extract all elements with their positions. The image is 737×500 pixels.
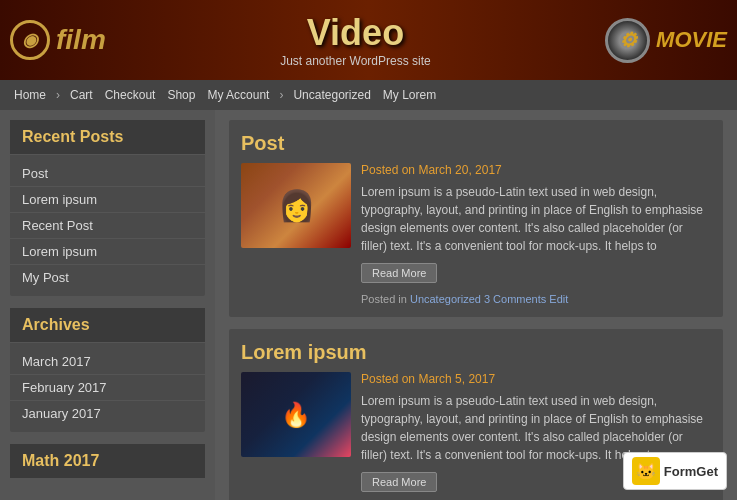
recent-posts-list: Post Lorem ipsum Recent Post Lorem ipsum… [10,155,205,296]
read-more-button-1[interactable]: Read More [361,263,437,283]
post-title-2: Lorem ipsum [241,341,711,364]
date-label-1: Posted on [361,163,415,177]
site-subtitle: Just another WordPress site [106,54,605,68]
read-more-button-2[interactable]: Read More [361,472,437,492]
nav-sep-2: › [279,88,283,102]
date-label-2: Posted on [361,372,415,386]
archives-title: Archives [10,308,205,343]
recent-post-link-5[interactable]: My Post [22,270,69,285]
list-item: Recent Post [10,213,205,239]
post-thumbnail-1: 👩 [241,163,351,248]
post-title-1: Post [241,132,711,155]
nav-home[interactable]: Home [10,86,50,104]
list-item: March 2017 [10,349,205,375]
recent-posts-title: Recent Posts [10,120,205,155]
archive-link-3[interactable]: January 2017 [22,406,101,421]
recent-post-link-4[interactable]: Lorem ipsum [22,244,97,259]
nav-cart[interactable]: Cart [66,86,97,104]
post-thumbnail-2: 🔥 [241,372,351,457]
date-value-2: March 5, 2017 [418,372,495,386]
post-info-1: Posted on March 20, 2017 Lorem ipsum is … [361,163,711,305]
recent-post-link-1[interactable]: Post [22,166,48,181]
nav-my-account[interactable]: My Account [203,86,273,104]
date-value-1: March 20, 2017 [418,163,501,177]
nav-sep-1: › [56,88,60,102]
category-link-1[interactable]: Uncategorized [410,293,481,305]
post-excerpt-1: Lorem ipsum is a pseudo-Latin text used … [361,183,711,255]
list-item: February 2017 [10,375,205,401]
math-title: Math 2017 [10,444,205,479]
film-reel-icon: ◉ [10,20,50,60]
post-footer-1: Posted in Uncategorized 3 Comments Edit [361,293,711,305]
site-logo: ◉ film [10,20,106,60]
post-image-1: 👩 [241,163,351,248]
archive-link-1[interactable]: March 2017 [22,354,91,369]
post-card-1: Post 👩 Posted on March 20, 2017 Lorem ip… [229,120,723,317]
nav-shop[interactable]: Shop [163,86,199,104]
nav-checkout[interactable]: Checkout [101,86,160,104]
recent-posts-section: Recent Posts Post Lorem ipsum Recent Pos… [10,120,205,296]
main-content: Recent Posts Post Lorem ipsum Recent Pos… [0,110,737,500]
footer-prefix-1: Posted in [361,293,407,305]
post-image-2: 🔥 [241,372,351,457]
archives-list: March 2017 February 2017 January 2017 [10,343,205,432]
header-right: ⚙ MOVIE [605,18,727,63]
comments-link-1[interactable]: 3 Comments [484,293,546,305]
nav-uncategorized[interactable]: Uncategorized [289,86,374,104]
main-nav: Home › Cart Checkout Shop My Account › U… [0,80,737,110]
logo-text: film [56,24,106,56]
math-section: Math 2017 [10,444,205,479]
post-date-2: Posted on March 5, 2017 [361,372,711,386]
formget-badge: 🐱 FormGet [623,452,727,490]
post-body-1: 👩 Posted on March 20, 2017 Lorem ipsum i… [241,163,711,305]
archives-section: Archives March 2017 February 2017 Januar… [10,308,205,432]
nav-my-lorem[interactable]: My Lorem [379,86,440,104]
edit-link-1[interactable]: Edit [549,293,568,305]
recent-post-link-2[interactable]: Lorem ipsum [22,192,97,207]
list-item: Lorem ipsum [10,239,205,265]
movie-text: MOVIE [656,27,727,53]
formget-label: FormGet [664,464,718,479]
recent-post-link-3[interactable]: Recent Post [22,218,93,233]
movie-reel-icon: ⚙ [605,18,650,63]
list-item: My Post [10,265,205,290]
post-date-1: Posted on March 20, 2017 [361,163,711,177]
formget-icon: 🐱 [632,457,660,485]
list-item: Post [10,161,205,187]
site-header: ◉ film Video Just another WordPress site… [0,0,737,80]
sidebar: Recent Posts Post Lorem ipsum Recent Pos… [0,110,215,500]
list-item: January 2017 [10,401,205,426]
header-center: Video Just another WordPress site [106,12,605,68]
posts-area: Post 👩 Posted on March 20, 2017 Lorem ip… [215,110,737,500]
site-title: Video [106,12,605,54]
archive-link-2[interactable]: February 2017 [22,380,107,395]
list-item: Lorem ipsum [10,187,205,213]
